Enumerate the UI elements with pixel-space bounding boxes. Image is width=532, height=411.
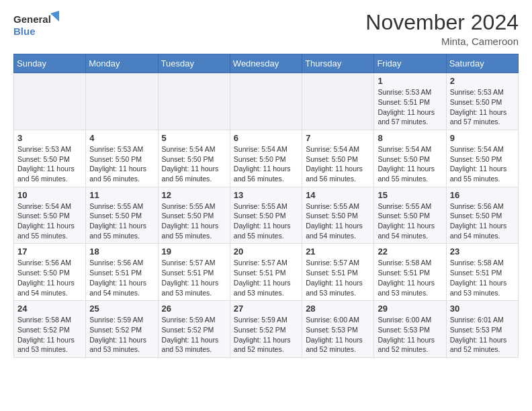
calendar-week-4: 17 Sunrise: 5:56 AM Sunset: 5:50 PM Dayl… [14, 244, 519, 301]
sunset-text: Sunset: 5:50 PM [89, 155, 142, 163]
daylight-text: Daylight: 11 hours and 54 minutes. [89, 279, 146, 297]
calendar-cell: 26 Sunrise: 5:59 AM Sunset: 5:52 PM Dayl… [158, 301, 230, 358]
day-number: 12 [162, 190, 226, 200]
day-number: 26 [162, 304, 226, 314]
day-info: Sunrise: 5:59 AM Sunset: 5:52 PM Dayligh… [234, 315, 298, 355]
sunrise-text: Sunrise: 5:57 AM [162, 259, 216, 267]
calendar-cell: 24 Sunrise: 5:58 AM Sunset: 5:52 PM Dayl… [14, 301, 86, 358]
day-info: Sunrise: 5:55 AM Sunset: 5:50 PM Dayligh… [234, 201, 298, 241]
day-info: Sunrise: 5:57 AM Sunset: 5:51 PM Dayligh… [162, 258, 226, 298]
day-number: 22 [378, 246, 442, 257]
sunrise-text: Sunrise: 5:53 AM [450, 88, 504, 96]
weekday-row: Sunday Monday Tuesday Wednesday Thursday… [14, 54, 519, 73]
sunrise-text: Sunrise: 5:55 AM [162, 202, 216, 210]
day-number: 21 [306, 246, 370, 257]
calendar-cell [86, 73, 158, 130]
day-number: 29 [378, 304, 442, 314]
day-info: Sunrise: 5:56 AM Sunset: 5:50 PM Dayligh… [450, 201, 515, 241]
day-number: 27 [234, 304, 298, 314]
calendar-cell: 19 Sunrise: 5:57 AM Sunset: 5:51 PM Dayl… [158, 244, 230, 301]
sunrise-text: Sunrise: 6:00 AM [306, 316, 359, 324]
col-saturday: Saturday [446, 54, 518, 73]
day-info: Sunrise: 6:00 AM Sunset: 5:53 PM Dayligh… [378, 315, 442, 355]
day-info: Sunrise: 5:55 AM Sunset: 5:50 PM Dayligh… [162, 201, 226, 241]
calendar-cell: 29 Sunrise: 6:00 AM Sunset: 5:53 PM Dayl… [374, 301, 446, 358]
daylight-text: Daylight: 11 hours and 53 minutes. [234, 279, 291, 297]
calendar-cell [230, 73, 302, 130]
calendar-body: 1 Sunrise: 5:53 AM Sunset: 5:51 PM Dayli… [14, 73, 519, 358]
day-number: 15 [378, 190, 442, 200]
sunrise-text: Sunrise: 5:58 AM [378, 259, 431, 267]
daylight-text: Daylight: 11 hours and 53 minutes. [162, 279, 219, 297]
calendar-cell: 27 Sunrise: 5:59 AM Sunset: 5:52 PM Dayl… [230, 301, 302, 358]
sunset-text: Sunset: 5:50 PM [306, 212, 358, 220]
day-info: Sunrise: 5:56 AM Sunset: 5:50 PM Dayligh… [17, 258, 82, 298]
daylight-text: Daylight: 11 hours and 57 minutes. [378, 108, 435, 126]
daylight-text: Daylight: 11 hours and 57 minutes. [450, 108, 507, 126]
header: General Blue November 2024 Minta, Camero… [13, 11, 519, 47]
calendar-cell: 21 Sunrise: 5:57 AM Sunset: 5:51 PM Dayl… [302, 244, 374, 301]
sunrise-text: Sunrise: 5:55 AM [378, 202, 431, 210]
sunset-text: Sunset: 5:53 PM [450, 326, 502, 334]
daylight-text: Daylight: 11 hours and 52 minutes. [234, 336, 291, 354]
daylight-text: Daylight: 11 hours and 56 minutes. [306, 165, 363, 183]
sunset-text: Sunset: 5:51 PM [306, 269, 358, 277]
sunset-text: Sunset: 5:52 PM [17, 326, 70, 334]
calendar-cell: 23 Sunrise: 5:58 AM Sunset: 5:51 PM Dayl… [446, 244, 518, 301]
sunset-text: Sunset: 5:50 PM [89, 212, 142, 220]
day-number: 7 [306, 133, 370, 143]
calendar-cell: 20 Sunrise: 5:57 AM Sunset: 5:51 PM Dayl… [230, 244, 302, 301]
calendar-cell: 11 Sunrise: 5:55 AM Sunset: 5:50 PM Dayl… [86, 187, 158, 244]
day-number: 24 [17, 304, 82, 314]
day-number: 16 [450, 190, 515, 200]
day-number: 8 [378, 133, 442, 143]
day-info: Sunrise: 5:53 AM Sunset: 5:50 PM Dayligh… [17, 144, 82, 184]
daylight-text: Daylight: 11 hours and 56 minutes. [17, 165, 75, 183]
calendar-cell: 13 Sunrise: 5:55 AM Sunset: 5:50 PM Dayl… [230, 187, 302, 244]
sunset-text: Sunset: 5:52 PM [89, 326, 142, 334]
day-number: 1 [378, 76, 442, 86]
day-number: 10 [17, 190, 82, 200]
sunrise-text: Sunrise: 5:56 AM [17, 259, 71, 267]
daylight-text: Daylight: 11 hours and 52 minutes. [306, 336, 363, 354]
calendar-cell [158, 73, 230, 130]
day-number: 6 [234, 133, 298, 143]
sunrise-text: Sunrise: 5:59 AM [234, 316, 287, 324]
daylight-text: Daylight: 11 hours and 55 minutes. [234, 222, 291, 240]
daylight-text: Daylight: 11 hours and 56 minutes. [234, 165, 291, 183]
sunrise-text: Sunrise: 5:54 AM [162, 145, 216, 153]
sunrise-text: Sunrise: 5:55 AM [89, 202, 143, 210]
day-info: Sunrise: 5:54 AM Sunset: 5:50 PM Dayligh… [234, 144, 298, 184]
day-info: Sunrise: 5:58 AM Sunset: 5:52 PM Dayligh… [17, 315, 82, 355]
calendar-cell: 10 Sunrise: 5:54 AM Sunset: 5:50 PM Dayl… [14, 187, 86, 244]
day-number: 4 [89, 133, 154, 143]
sunset-text: Sunset: 5:52 PM [162, 326, 214, 334]
day-info: Sunrise: 5:55 AM Sunset: 5:50 PM Dayligh… [378, 201, 442, 241]
sunrise-text: Sunrise: 6:00 AM [378, 316, 431, 324]
title-block: November 2024 Minta, Cameroon [365, 11, 519, 47]
calendar-cell [14, 73, 86, 130]
logo-svg: General Blue [13, 11, 60, 40]
sunset-text: Sunset: 5:51 PM [378, 98, 430, 106]
sunrise-text: Sunrise: 5:54 AM [234, 145, 287, 153]
daylight-text: Daylight: 11 hours and 55 minutes. [89, 222, 146, 240]
calendar-cell: 3 Sunrise: 5:53 AM Sunset: 5:50 PM Dayli… [14, 130, 86, 187]
day-info: Sunrise: 5:53 AM Sunset: 5:51 PM Dayligh… [378, 87, 442, 127]
sunrise-text: Sunrise: 5:54 AM [17, 202, 71, 210]
day-info: Sunrise: 5:59 AM Sunset: 5:52 PM Dayligh… [162, 315, 226, 355]
calendar-cell: 25 Sunrise: 5:59 AM Sunset: 5:52 PM Dayl… [86, 301, 158, 358]
calendar-cell: 16 Sunrise: 5:56 AM Sunset: 5:50 PM Dayl… [446, 187, 518, 244]
calendar-cell: 6 Sunrise: 5:54 AM Sunset: 5:50 PM Dayli… [230, 130, 302, 187]
day-info: Sunrise: 5:54 AM Sunset: 5:50 PM Dayligh… [17, 201, 82, 241]
calendar-cell: 12 Sunrise: 5:55 AM Sunset: 5:50 PM Dayl… [158, 187, 230, 244]
calendar-cell: 14 Sunrise: 5:55 AM Sunset: 5:50 PM Dayl… [302, 187, 374, 244]
calendar-cell: 4 Sunrise: 5:53 AM Sunset: 5:50 PM Dayli… [86, 130, 158, 187]
day-info: Sunrise: 5:53 AM Sunset: 5:50 PM Dayligh… [450, 87, 515, 127]
day-info: Sunrise: 5:58 AM Sunset: 5:51 PM Dayligh… [378, 258, 442, 298]
sunset-text: Sunset: 5:50 PM [234, 155, 286, 163]
calendar-week-3: 10 Sunrise: 5:54 AM Sunset: 5:50 PM Dayl… [14, 187, 519, 244]
daylight-text: Daylight: 11 hours and 55 minutes. [17, 222, 75, 240]
day-number: 5 [162, 133, 226, 143]
day-info: Sunrise: 5:57 AM Sunset: 5:51 PM Dayligh… [234, 258, 298, 298]
calendar-cell: 8 Sunrise: 5:54 AM Sunset: 5:50 PM Dayli… [374, 130, 446, 187]
